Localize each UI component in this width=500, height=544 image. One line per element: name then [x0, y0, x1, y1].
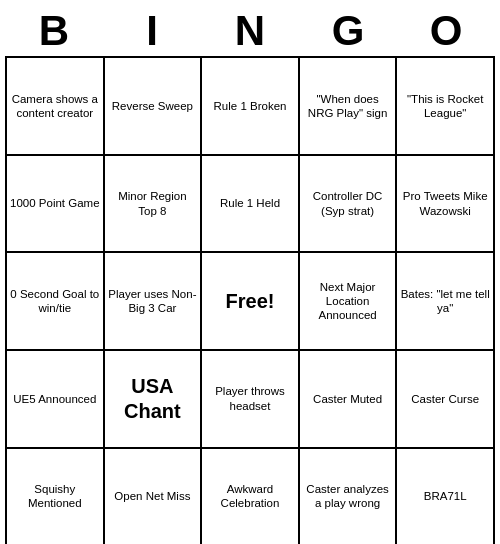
bingo-cell-22[interactable]: Awkward Celebration [202, 449, 300, 544]
letter-b: B [9, 8, 99, 54]
bingo-cell-16[interactable]: USA Chant [105, 351, 203, 449]
bingo-cell-19[interactable]: Caster Curse [397, 351, 495, 449]
bingo-cell-11[interactable]: Player uses Non-Big 3 Car [105, 253, 203, 351]
bingo-cell-12[interactable]: Free! [202, 253, 300, 351]
bingo-cell-2[interactable]: Rule 1 Broken [202, 58, 300, 156]
bingo-cell-4[interactable]: "This is Rocket League" [397, 58, 495, 156]
bingo-cell-18[interactable]: Caster Muted [300, 351, 398, 449]
bingo-cell-10[interactable]: 0 Second Goal to win/tie [7, 253, 105, 351]
bingo-cell-13[interactable]: Next Major Location Announced [300, 253, 398, 351]
bingo-cell-15[interactable]: UE5 Announced [7, 351, 105, 449]
bingo-cell-9[interactable]: Pro Tweets Mike Wazowski [397, 156, 495, 254]
bingo-cell-1[interactable]: Reverse Sweep [105, 58, 203, 156]
bingo-cell-23[interactable]: Caster analyzes a play wrong [300, 449, 398, 544]
letter-i: I [107, 8, 197, 54]
bingo-header: B I N G O [5, 8, 495, 54]
bingo-cell-14[interactable]: Bates: "let me tell ya" [397, 253, 495, 351]
letter-g: G [303, 8, 393, 54]
bingo-card: B I N G O Camera shows a content creator… [5, 8, 495, 544]
bingo-cell-7[interactable]: Rule 1 Held [202, 156, 300, 254]
bingo-cell-0[interactable]: Camera shows a content creator [7, 58, 105, 156]
bingo-grid: Camera shows a content creatorReverse Sw… [5, 56, 495, 544]
bingo-cell-20[interactable]: Squishy Mentioned [7, 449, 105, 544]
letter-n: N [205, 8, 295, 54]
bingo-cell-24[interactable]: BRA71L [397, 449, 495, 544]
bingo-cell-6[interactable]: Minor Region Top 8 [105, 156, 203, 254]
bingo-cell-3[interactable]: "When does NRG Play" sign [300, 58, 398, 156]
letter-o: O [401, 8, 491, 54]
bingo-cell-5[interactable]: 1000 Point Game [7, 156, 105, 254]
bingo-cell-21[interactable]: Open Net Miss [105, 449, 203, 544]
bingo-cell-8[interactable]: Controller DC (Syp strat) [300, 156, 398, 254]
bingo-cell-17[interactable]: Player throws headset [202, 351, 300, 449]
